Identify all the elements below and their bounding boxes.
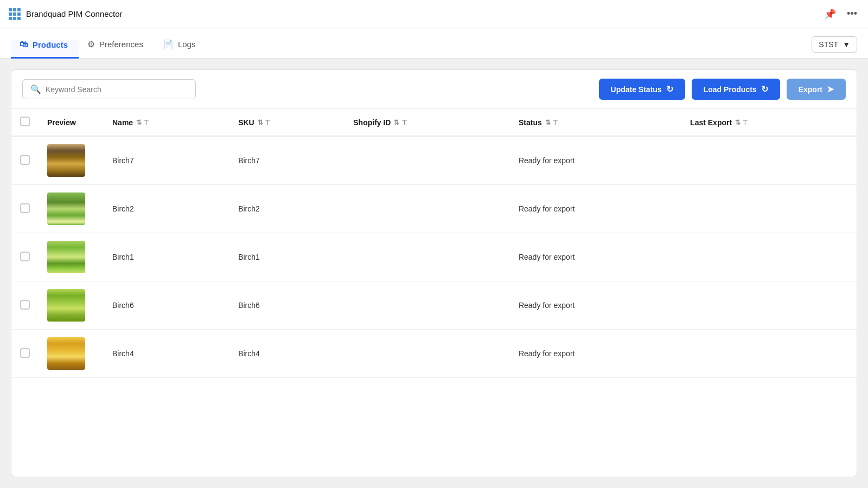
row-name-3: Birch6: [104, 281, 229, 330]
row-checkbox-cell: [11, 136, 39, 185]
row-checkbox-1[interactable]: [20, 203, 30, 213]
name-sort-filter[interactable]: ⇅ ⊤: [136, 119, 149, 126]
product-thumbnail-2: [47, 241, 85, 273]
tab-preferences-label: Preferences: [99, 40, 143, 49]
row-shopify-id-0: [344, 136, 510, 185]
refresh-icon-load: ↻: [761, 84, 768, 94]
row-name-2: Birch1: [104, 233, 229, 281]
tab-logs[interactable]: 📄 Logs: [154, 39, 207, 59]
export-button[interactable]: Export ➤: [787, 79, 846, 100]
row-preview-cell: [39, 281, 104, 330]
products-icon: 🛍: [20, 40, 28, 49]
tab-products-label: Products: [33, 40, 68, 49]
row-shopify-id-1: [344, 185, 510, 233]
row-sku-1: Birch2: [229, 185, 344, 233]
store-selector[interactable]: STST ▼: [812, 36, 857, 53]
sku-sort-filter[interactable]: ⇅ ⊤: [258, 119, 270, 126]
row-checkbox-2[interactable]: [20, 252, 30, 261]
th-sku: SKU ⇅ ⊤: [229, 109, 344, 136]
row-name-0: Birch7: [104, 136, 229, 185]
table-row: Birch2 Birch2 Ready for export: [11, 185, 857, 233]
status-sort-filter[interactable]: ⇅ ⊤: [545, 119, 558, 126]
row-name-4: Birch4: [104, 330, 229, 378]
products-table: Preview Name ⇅ ⊤ SKU ⇅ ⊤: [11, 109, 857, 378]
row-status-1: Ready for export: [510, 185, 681, 233]
row-last-export-0: [681, 136, 857, 185]
table-body: Birch7 Birch7 Ready for export Birch2 Bi…: [11, 136, 857, 378]
row-checkbox-cell: [11, 281, 39, 330]
product-thumbnail-3: [47, 289, 85, 322]
load-products-label: Load Products: [704, 85, 757, 94]
app-grid-icon[interactable]: [9, 8, 21, 20]
table-header-row: Preview Name ⇅ ⊤ SKU ⇅ ⊤: [11, 109, 857, 136]
product-thumbnail-1: [47, 192, 85, 225]
row-checkbox-cell: [11, 233, 39, 281]
app-title: Brandquad PIM Connector: [26, 9, 816, 18]
tab-logs-label: Logs: [178, 40, 196, 49]
table-row: Birch1 Birch1 Ready for export: [11, 233, 857, 281]
th-name: Name ⇅ ⊤: [104, 109, 229, 136]
table-row: Birch7 Birch7 Ready for export: [11, 136, 857, 185]
nav-tabs: 🛍 Products ⚙ Preferences 📄 Logs STST ▼: [0, 28, 868, 59]
row-status-2: Ready for export: [510, 233, 681, 281]
chevron-down-icon: ▼: [843, 40, 850, 49]
table-row: Birch6 Birch6 Ready for export: [11, 281, 857, 330]
row-sku-0: Birch7: [229, 136, 344, 185]
row-shopify-id-3: [344, 281, 510, 330]
row-sku-4: Birch4: [229, 330, 344, 378]
th-status: Status ⇅ ⊤: [510, 109, 681, 136]
refresh-icon-update: ↻: [666, 84, 673, 94]
shopify-id-sort-filter[interactable]: ⇅ ⊤: [394, 119, 406, 126]
row-checkbox-cell: [11, 185, 39, 233]
row-checkbox-cell: [11, 330, 39, 378]
row-status-0: Ready for export: [510, 136, 681, 185]
row-preview-cell: [39, 233, 104, 281]
table-row: Birch4 Birch4 Ready for export: [11, 330, 857, 378]
search-icon: 🔍: [30, 84, 41, 94]
row-checkbox-4[interactable]: [20, 348, 30, 358]
tab-products[interactable]: 🛍 Products: [11, 40, 79, 59]
tab-preferences[interactable]: ⚙ Preferences: [79, 39, 154, 59]
product-thumbnail-4: [47, 337, 85, 370]
top-bar: Brandquad PIM Connector 📌 •••: [0, 0, 868, 28]
row-sku-2: Birch1: [229, 233, 344, 281]
product-thumbnail-0: [47, 144, 85, 177]
row-status-3: Ready for export: [510, 281, 681, 330]
row-preview-cell: [39, 185, 104, 233]
row-last-export-4: [681, 330, 857, 378]
row-status-4: Ready for export: [510, 330, 681, 378]
row-preview-cell: [39, 136, 104, 185]
content-card: 🔍 Update Status ↻ Load Products ↻ Export…: [11, 69, 857, 477]
pin-icon[interactable]: 📌: [822, 6, 838, 22]
row-last-export-1: [681, 185, 857, 233]
preferences-icon: ⚙: [87, 39, 95, 49]
products-table-container: Preview Name ⇅ ⊤ SKU ⇅ ⊤: [11, 109, 857, 477]
logs-icon: 📄: [163, 39, 174, 49]
search-wrapper: 🔍: [22, 79, 196, 99]
top-bar-actions: 📌 •••: [822, 6, 859, 22]
row-name-1: Birch2: [104, 185, 229, 233]
toolbar: 🔍 Update Status ↻ Load Products ↻ Export…: [11, 70, 857, 109]
search-input[interactable]: [46, 85, 188, 94]
update-status-label: Update Status: [611, 85, 662, 94]
select-all-checkbox[interactable]: [20, 117, 30, 126]
last-export-sort-filter[interactable]: ⇅ ⊤: [735, 119, 748, 126]
row-last-export-2: [681, 233, 857, 281]
load-products-button[interactable]: Load Products ↻: [692, 79, 780, 100]
th-shopify-id: Shopify ID ⇅ ⊤: [344, 109, 510, 136]
row-sku-3: Birch6: [229, 281, 344, 330]
main-content: 🔍 Update Status ↻ Load Products ↻ Export…: [0, 59, 868, 488]
row-preview-cell: [39, 330, 104, 378]
row-last-export-3: [681, 281, 857, 330]
row-shopify-id-2: [344, 233, 510, 281]
row-shopify-id-4: [344, 330, 510, 378]
update-status-button[interactable]: Update Status ↻: [599, 79, 685, 100]
row-checkbox-0[interactable]: [20, 155, 30, 165]
row-checkbox-3[interactable]: [20, 300, 30, 310]
th-last-export: Last Export ⇅ ⊤: [681, 109, 857, 136]
th-select-all: [11, 109, 39, 136]
more-icon[interactable]: •••: [845, 6, 859, 22]
export-label: Export: [799, 85, 822, 94]
export-icon: ➤: [827, 84, 834, 94]
store-selector-value: STST: [819, 40, 838, 49]
